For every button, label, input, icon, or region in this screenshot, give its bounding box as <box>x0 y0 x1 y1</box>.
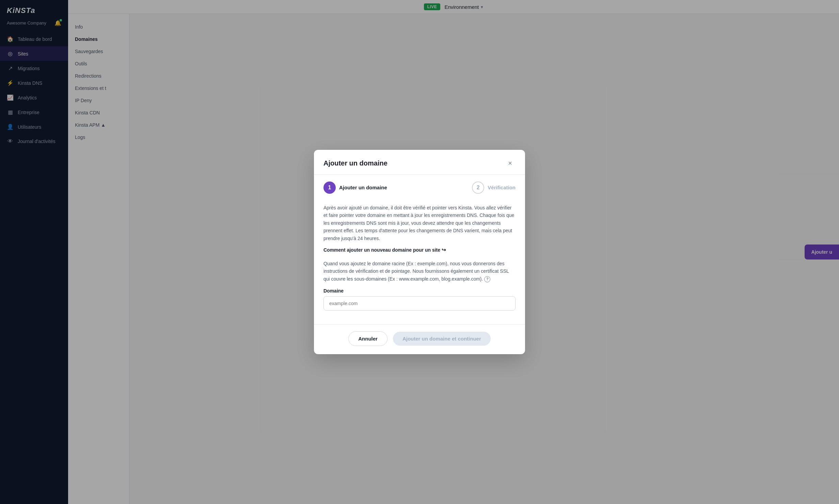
modal-info-paragraph-1: Après avoir ajouté un domaine, il doit ê… <box>323 204 516 242</box>
modal-overlay[interactable]: Ajouter un domaine × 1 Ajouter un domain… <box>0 0 839 504</box>
step-2: 2 Vérification <box>472 182 516 194</box>
steps-row: 1 Ajouter un domaine 2 Vérification <box>314 175 525 197</box>
modal-info-paragraph-2: Quand vous ajoutez le domaine racine (Ex… <box>323 260 516 283</box>
continue-button[interactable]: Ajouter un domaine et continuer <box>393 332 491 346</box>
info-icon[interactable]: ? <box>484 276 490 282</box>
modal-body: Après avoir ajouté un domaine, il doit ê… <box>314 197 525 317</box>
modal-link-text: Comment ajouter un nouveau domaine pour … <box>323 247 440 253</box>
external-link-icon: ↪ <box>442 247 446 253</box>
domain-input[interactable] <box>323 296 516 311</box>
domain-field-label: Domaine <box>323 288 516 294</box>
step-1-label: Ajouter un domaine <box>339 185 387 190</box>
cancel-button[interactable]: Annuler <box>348 331 387 346</box>
modal-header: Ajouter un domaine × <box>314 150 525 175</box>
modal-help-link[interactable]: Comment ajouter un nouveau domaine pour … <box>323 247 446 253</box>
step-2-label: Vérification <box>488 185 516 190</box>
modal-title: Ajouter un domaine <box>323 159 387 167</box>
modal-info-paragraph-2-text: Quand vous ajoutez le domaine racine (Ex… <box>323 261 509 282</box>
step-2-circle: 2 <box>472 182 484 194</box>
modal-close-button[interactable]: × <box>505 158 516 169</box>
add-domain-modal: Ajouter un domaine × 1 Ajouter un domain… <box>314 150 525 354</box>
step-1-circle: 1 <box>323 182 336 194</box>
modal-footer: Annuler Ajouter un domaine et continuer <box>314 324 525 354</box>
step-1: 1 Ajouter un domaine <box>323 182 387 194</box>
